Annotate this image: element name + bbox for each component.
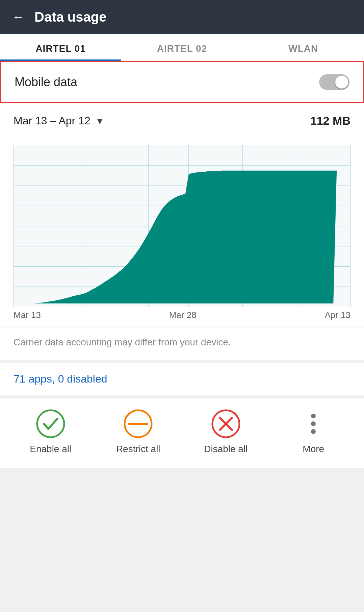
mobile-data-label: Mobile data bbox=[15, 75, 77, 89]
svg-point-13 bbox=[37, 410, 64, 437]
app-header: ← Data usage bbox=[0, 0, 364, 34]
x-circle-icon bbox=[211, 409, 241, 439]
enable-all-label: Enable all bbox=[30, 444, 71, 455]
mobile-data-row: Mobile data bbox=[0, 61, 364, 103]
svg-point-20 bbox=[311, 421, 316, 426]
chart-label-end: Apr 13 bbox=[324, 310, 350, 320]
data-usage-chart bbox=[14, 145, 350, 307]
date-range-text: Mar 13 – Apr 12 bbox=[14, 115, 90, 127]
block-circle-icon bbox=[123, 409, 153, 439]
tab-wlan[interactable]: WLAN bbox=[243, 34, 364, 61]
restrict-all-button[interactable]: Restrict all bbox=[95, 409, 182, 455]
restrict-all-label: Restrict all bbox=[116, 444, 160, 455]
chart-wrapper bbox=[14, 145, 350, 307]
back-button[interactable]: ← bbox=[12, 10, 24, 24]
chart-label-start: Mar 13 bbox=[14, 310, 41, 320]
data-usage-amount: 112 MB bbox=[310, 114, 350, 127]
disable-all-label: Disable all bbox=[204, 444, 248, 455]
tab-airtel02[interactable]: AIRTEL 02 bbox=[121, 34, 242, 61]
apps-count-text: 71 apps, 0 disabled bbox=[14, 373, 107, 385]
chevron-down-icon[interactable]: ▾ bbox=[97, 115, 102, 127]
chart-label-mid: Mar 28 bbox=[169, 310, 197, 320]
dots-vertical-icon bbox=[298, 409, 329, 439]
enable-all-button[interactable]: Enable all bbox=[7, 409, 95, 455]
action-bar: Enable all Restrict all Disable all More bbox=[0, 398, 364, 468]
mobile-data-toggle[interactable] bbox=[319, 74, 349, 90]
svg-point-21 bbox=[311, 429, 316, 434]
check-circle-icon bbox=[35, 409, 66, 439]
date-range-row: Mar 13 – Apr 12 ▾ 112 MB bbox=[0, 103, 364, 138]
more-button[interactable]: More bbox=[270, 409, 358, 455]
carrier-note: Carrier data accounting may differ from … bbox=[0, 327, 364, 360]
page-title: Data usage bbox=[34, 9, 106, 25]
chart-container: Mar 13 Mar 28 Apr 13 bbox=[0, 138, 364, 327]
more-label: More bbox=[303, 444, 324, 455]
svg-marker-12 bbox=[34, 171, 337, 303]
tab-bar: AIRTEL 01 AIRTEL 02 WLAN bbox=[0, 34, 364, 61]
chart-x-labels: Mar 13 Mar 28 Apr 13 bbox=[14, 307, 350, 320]
tab-airtel01[interactable]: AIRTEL 01 bbox=[0, 34, 121, 61]
disable-all-button[interactable]: Disable all bbox=[182, 409, 270, 455]
apps-count-row: 71 apps, 0 disabled bbox=[0, 360, 364, 395]
svg-point-19 bbox=[311, 414, 316, 418]
